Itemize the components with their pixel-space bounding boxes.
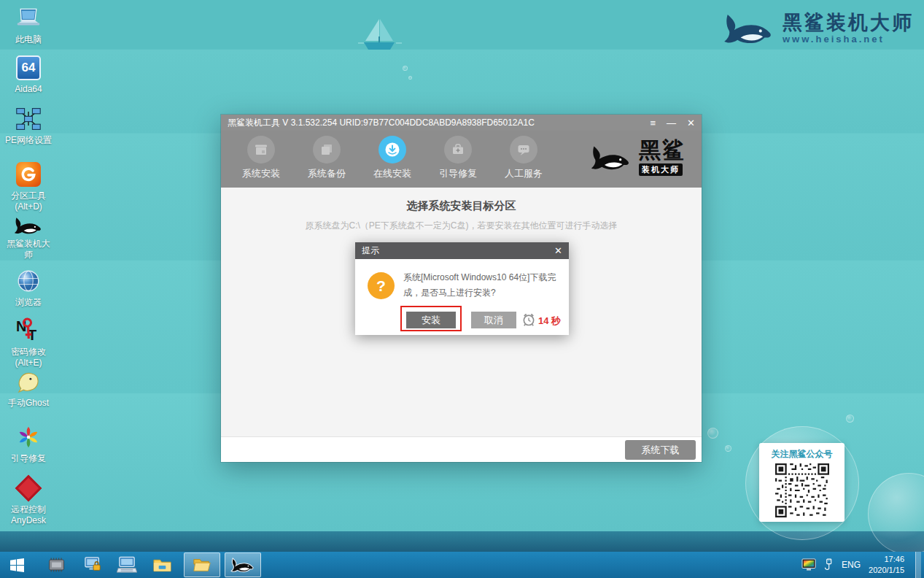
clock[interactable]: 17:46 2020/1/15 <box>869 554 904 576</box>
prompt-dialog: 提示 ✕ ? 系统[Microsoft Windows10 64位]下载完成，是… <box>355 242 569 335</box>
network-icon <box>0 105 57 133</box>
window-footer: 系统下载 <box>221 436 702 462</box>
desktop-icon-manual-ghost[interactable]: 手动Ghost <box>0 368 57 409</box>
tab-label: 人工服务 <box>505 167 543 180</box>
taskbar-open-folder-window[interactable] <box>184 552 220 577</box>
dialog-titlebar: 提示 ✕ <box>355 242 569 259</box>
brand-name: 黑鲨 <box>639 139 686 161</box>
language-indicator[interactable]: ENG <box>842 560 861 570</box>
shark-icon <box>0 215 57 236</box>
desktop-icon-label: 密码修改 <box>11 347 46 357</box>
clock-date: 2020/1/15 <box>869 565 904 576</box>
toolbox-plus-icon <box>444 136 472 163</box>
desktop-icon-heisha[interactable]: 黑鲨装机大师 <box>0 215 57 261</box>
cancel-button[interactable]: 取消 <box>471 312 516 328</box>
bubble-small <box>408 76 412 80</box>
minimize-icon[interactable]: — <box>667 118 676 128</box>
watermark-title: 黑鲨装机大师 <box>783 12 914 33</box>
tab-label: 系统安装 <box>242 167 280 180</box>
tab-system-backup[interactable]: 系统备份 <box>294 131 360 188</box>
desktop-icon-label: 此电脑 <box>0 34 57 45</box>
desktop-icon-boot-repair[interactable]: 引导修复 <box>0 423 57 464</box>
chip-icon <box>47 557 66 573</box>
window-title: 黑鲨装机工具 V 3.1.532.254 URID:97B77C004DDC8A… <box>228 117 535 129</box>
windows-logo-icon <box>10 558 24 572</box>
shark-logo-icon <box>590 142 632 173</box>
brand-subtitle: 装机大师 <box>639 163 683 176</box>
taskbar: ENG 17:46 2020/1/15 <box>0 552 924 578</box>
page-title: 选择系统安装目标分区 <box>221 199 702 213</box>
clock-time: 17:46 <box>869 554 904 565</box>
desktop-icon-label: 黑鲨装机大师 <box>4 239 53 261</box>
qr-card-title: 关注黑鲨公众号 <box>759 448 845 461</box>
ghost-icon <box>0 368 57 396</box>
taskbar-file-explorer[interactable] <box>147 552 176 578</box>
open-folder-icon <box>193 557 211 573</box>
aida64-badge: 64 <box>16 55 41 80</box>
bubble-small <box>707 428 718 439</box>
monitor-lock-icon <box>84 556 103 574</box>
tab-system-install[interactable]: 系统安装 <box>228 131 294 188</box>
desktop-icon-partition-tool[interactable]: 分区工具 (Alt+D) <box>0 161 57 212</box>
tab-boot-repair[interactable]: 引导修复 <box>425 131 491 188</box>
nt-password-key-icon: N T <box>0 317 57 344</box>
desktop-icon-label: 引导修复 <box>0 453 57 464</box>
desktop-icon-label: 分区工具 <box>11 190 46 201</box>
desktop-icon-anydesk[interactable]: 远程控制 AnyDesk <box>0 474 57 526</box>
tab-online-install[interactable]: 在线安装 <box>360 131 425 188</box>
computer-icon <box>0 4 57 32</box>
usb-tray-icon[interactable] <box>824 558 834 572</box>
shark-logo-icon <box>723 10 775 47</box>
window-brand-logo: 黑鲨 装机大师 <box>590 139 686 176</box>
display-tray-icon[interactable] <box>801 558 816 571</box>
tab-support[interactable]: 人工服务 <box>491 131 556 188</box>
desktop-icon-label: 手动Ghost <box>0 398 57 409</box>
system-tray: ENG 17:46 2020/1/15 <box>801 552 924 578</box>
window-nav: 系统安装 系统备份 在线安装 <box>221 131 702 188</box>
taskbar-security-tool[interactable] <box>79 552 108 578</box>
taskbar-heisha-window[interactable] <box>225 552 261 577</box>
desktop-icon-pe-network[interactable]: PE网络设置 <box>0 105 57 146</box>
desktop-icon-password-edit[interactable]: N T 密码修改 (Alt+E) <box>0 317 57 369</box>
folder-icon <box>152 557 172 573</box>
desktop-icon-this-pc[interactable]: 此电脑 <box>0 4 57 45</box>
show-desktop-button[interactable] <box>915 552 921 578</box>
anydesk-diamond-icon <box>0 474 57 502</box>
tab-label: 在线安装 <box>373 167 411 180</box>
pinwheel-icon <box>0 423 57 451</box>
backup-copy-icon <box>313 136 341 163</box>
start-button[interactable] <box>0 552 34 578</box>
qr-code <box>775 463 829 517</box>
desktop-icon-sublabel: (Alt+D) <box>15 201 42 212</box>
menu-icon[interactable]: ≡ <box>651 118 656 128</box>
desktop-icon-sublabel: AnyDesk <box>11 515 46 525</box>
desktop-icon-aida64[interactable]: 64 Aida64 <box>0 54 57 95</box>
tab-label: 引导修复 <box>439 167 477 180</box>
watermark-url: www.heisha.net <box>783 34 914 45</box>
taskbar-osk-tool[interactable] <box>112 552 141 578</box>
close-icon[interactable]: ✕ <box>687 118 695 128</box>
bubble-small <box>403 66 408 71</box>
dialog-message: 系统[Microsoft Windows10 64位]下载完成，是否马上进行安装… <box>403 270 562 301</box>
heisha-watermark: 黑鲨装机大师 www.heisha.net <box>723 10 914 47</box>
tab-label: 系统备份 <box>308 167 346 180</box>
sailboat-illustration <box>355 16 403 57</box>
desktop-icon-label: 浏览器 <box>0 297 57 308</box>
taskbar-cpu-tool[interactable] <box>42 552 71 578</box>
desktop-icon-browser[interactable]: 浏览器 <box>0 267 57 308</box>
chat-bubble-icon <box>510 136 537 163</box>
aida64-icon: 64 <box>0 54 57 82</box>
download-globe-icon <box>378 136 406 163</box>
install-box-icon <box>247 136 275 163</box>
diskgenius-icon <box>0 161 57 188</box>
question-icon: ? <box>368 272 395 299</box>
bubble-small <box>725 445 731 452</box>
monitor-keyboard-icon <box>117 556 137 574</box>
system-download-button[interactable]: 系统下载 <box>625 440 696 460</box>
alarm-clock-icon <box>521 312 536 330</box>
browser-globe-icon <box>0 267 57 295</box>
bubble-small <box>846 415 854 423</box>
install-button[interactable]: 安装 <box>406 312 456 328</box>
dialog-close-icon[interactable]: ✕ <box>554 245 562 256</box>
window-titlebar[interactable]: 黑鲨装机工具 V 3.1.532.254 URID:97B77C004DDC8A… <box>221 115 702 131</box>
